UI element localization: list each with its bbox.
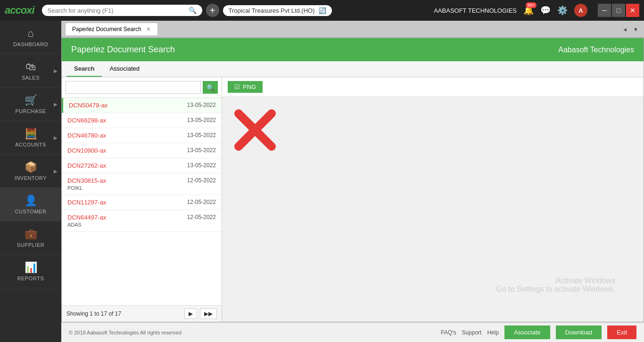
checkbox-icon: ☑ <box>234 83 240 90</box>
sidebar-label-supplier: SUPPLIER <box>17 242 44 248</box>
list-item[interactable]: DCN64497-ax ADAS 12-05-2022 <box>62 210 222 232</box>
tab-close-icon[interactable]: ✕ <box>146 26 151 33</box>
avatar[interactable]: A <box>574 4 587 17</box>
sidebar-item-purchase[interactable]: 🛒 PURCHASE ▶ <box>0 88 61 121</box>
top-bar: accoxi 🔍 + Tropical Treasures Pvt Ltd.(H… <box>0 0 644 21</box>
list-search-icon: 🔍 <box>206 84 215 91</box>
doc-id: DCN27262-ax <box>67 162 106 169</box>
watermark-line2: Go to Settings to activate Windows. <box>496 285 615 293</box>
list-item[interactable]: DCN66298-ax 13-05-2022 <box>62 113 222 128</box>
sidebar-item-dashboard[interactable]: ⌂ DASHBOARD <box>0 21 61 54</box>
list-item-info: DCN64497-ax ADAS <box>67 214 106 228</box>
dialog-title: Paperlez Document Search <box>71 45 175 55</box>
list-item[interactable]: DCN30815-ax POIKL 12-05-2022 <box>62 173 222 195</box>
pagination-text: Showing 1 to 17 of 17 <box>66 310 182 317</box>
doc-date: 13-05-2022 <box>187 117 216 123</box>
list-footer: Showing 1 to 17 of 17 ▶ ▶▶ <box>62 305 222 322</box>
messages-icon[interactable]: 💬 <box>540 5 551 16</box>
doc-date: 12-05-2022 <box>187 199 216 205</box>
purchase-arrow: ▶ <box>54 102 58 107</box>
list-item-info: DCN50479-ax <box>69 102 107 109</box>
inventory-arrow: ▶ <box>54 169 58 174</box>
tab-scroll-right[interactable]: ▾ <box>631 24 640 34</box>
support-link[interactable]: Support <box>462 329 481 336</box>
tab-search[interactable]: Search <box>66 61 102 77</box>
reports-icon: 📊 <box>25 261 37 274</box>
search-icon: 🔍 <box>189 7 197 14</box>
add-button[interactable]: + <box>206 4 219 17</box>
sidebar-item-customer[interactable]: 👤 CUSTOMER <box>0 188 61 221</box>
doc-date: 13-05-2022 <box>187 147 216 154</box>
doc-id: DCN11297-ax <box>67 199 106 206</box>
account-company-label: AABASOFT TECHNOLOGIES <box>434 7 517 14</box>
tab-actions: ◂ ▾ <box>620 24 640 34</box>
list-search-input[interactable] <box>66 81 201 94</box>
last-page-button[interactable]: ▶▶ <box>200 309 217 319</box>
list-item[interactable]: DCN46780-ax 13-05-2022 <box>62 128 222 143</box>
file-type-button[interactable]: ☑ PNG <box>228 81 263 93</box>
sidebar-label-dashboard: DASHBOARD <box>13 41 48 47</box>
supplier-icon: 💼 <box>25 228 37 240</box>
list-item[interactable]: DCN50479-ax 13-05-2022 <box>62 98 222 113</box>
settings-icon[interactable]: ⚙️ <box>557 5 568 16</box>
sidebar-label-customer: CUSTOMER <box>15 209 47 214</box>
exit-button[interactable]: Exit <box>607 326 636 339</box>
sidebar-item-reports[interactable]: 📊 REPORTS <box>0 255 61 288</box>
preview-error-image <box>231 106 279 154</box>
top-right-area: AABASOFT TECHNOLOGIES 🔔 99+ 💬 ⚙️ A ─ □ ✕ <box>434 4 639 17</box>
sidebar-item-accounts[interactable]: 🧮 ACCOUNTS ▶ <box>0 121 61 155</box>
bottom-bar: © 2019 Aabasoft Technologies All rights … <box>61 322 644 342</box>
associate-button[interactable]: Associate <box>504 326 550 339</box>
sidebar-item-sales[interactable]: 🛍 SALES ▶ <box>0 54 61 88</box>
sidebar-label-inventory: INVENTORY <box>15 175 47 181</box>
notification-area: 🔔 99+ 💬 ⚙️ <box>523 5 568 16</box>
tab-bar: Paperlez Document Search ✕ ◂ ▾ <box>61 21 644 38</box>
list-panel: 🔍 DCN50479-ax 13-05-2022 <box>62 77 222 322</box>
list-item[interactable]: DCN11297-ax 12-05-2022 <box>62 195 222 210</box>
dialog-company: Aabasoft Technologies <box>558 46 634 54</box>
window-controls: ─ □ ✕ <box>598 4 639 17</box>
company-name: Tropical Treasures Pvt Ltd.(HO) <box>229 7 315 14</box>
faq-link[interactable]: FAQ's <box>441 329 456 336</box>
maximize-button[interactable]: □ <box>612 4 625 17</box>
list-search-button[interactable]: 🔍 <box>203 81 218 94</box>
list-item-info: DCN11297-ax <box>67 199 106 206</box>
sidebar-label-purchase: PURCHASE <box>15 108 46 114</box>
global-search-input[interactable] <box>48 7 186 14</box>
tab-scroll-left[interactable]: ◂ <box>620 24 629 34</box>
list-item[interactable]: DCN27262-ax 13-05-2022 <box>62 158 222 173</box>
minimize-button[interactable]: ─ <box>598 4 611 17</box>
next-page-button[interactable]: ▶ <box>184 309 197 319</box>
doc-date: 13-05-2022 <box>187 132 216 138</box>
tab-label: Paperlez Document Search <box>72 26 141 33</box>
sidebar-label-reports: REPORTS <box>17 276 44 281</box>
tab-paperlez[interactable]: Paperlez Document Search ✕ <box>65 23 158 35</box>
sidebar-label-accounts: ACCOUNTS <box>15 142 46 147</box>
company-selector[interactable]: Tropical Treasures Pvt Ltd.(HO) 🔄 <box>223 5 332 16</box>
app-logo: accoxi <box>5 4 34 16</box>
footer-actions: FAQ's Support Help Associate Download Ex… <box>441 326 636 339</box>
sidebar-label-sales: SALES <box>22 75 40 81</box>
doc-id: DCN46780-ax <box>67 132 106 139</box>
doc-id: DCN64497-ax <box>67 214 106 221</box>
list-item[interactable]: DCN10900-ax 13-05-2022 <box>62 143 222 158</box>
tab-associated[interactable]: Associated <box>102 61 147 77</box>
global-search-bar[interactable]: 🔍 <box>42 5 202 16</box>
sales-arrow: ▶ <box>54 68 58 73</box>
refresh-icon[interactable]: 🔄 <box>319 7 326 14</box>
watermark-line1: Activate Windows <box>496 277 615 285</box>
dialog-header: Paperlez Document Search Aabasoft Techno… <box>62 38 644 61</box>
sales-icon: 🛍 <box>25 61 36 73</box>
notification-badge: 99+ <box>526 2 537 8</box>
help-link[interactable]: Help <box>487 329 499 336</box>
sidebar-item-supplier[interactable]: 💼 SUPPLIER <box>0 221 61 255</box>
close-button[interactable]: ✕ <box>626 4 639 17</box>
doc-id: DCN30815-ax <box>67 177 106 184</box>
sidebar-item-inventory[interactable]: 📦 INVENTORY ▶ <box>0 155 61 188</box>
download-button[interactable]: Download <box>556 326 602 339</box>
notifications-icon[interactable]: 🔔 99+ <box>523 5 534 16</box>
preview-toolbar: ☑ PNG <box>222 77 644 97</box>
main-layout: ⌂ DASHBOARD 🛍 SALES ▶ 🛒 PURCHASE ▶ 🧮 ACC… <box>0 21 644 342</box>
inventory-icon: 📦 <box>25 161 37 173</box>
doc-date: 13-05-2022 <box>187 102 216 108</box>
